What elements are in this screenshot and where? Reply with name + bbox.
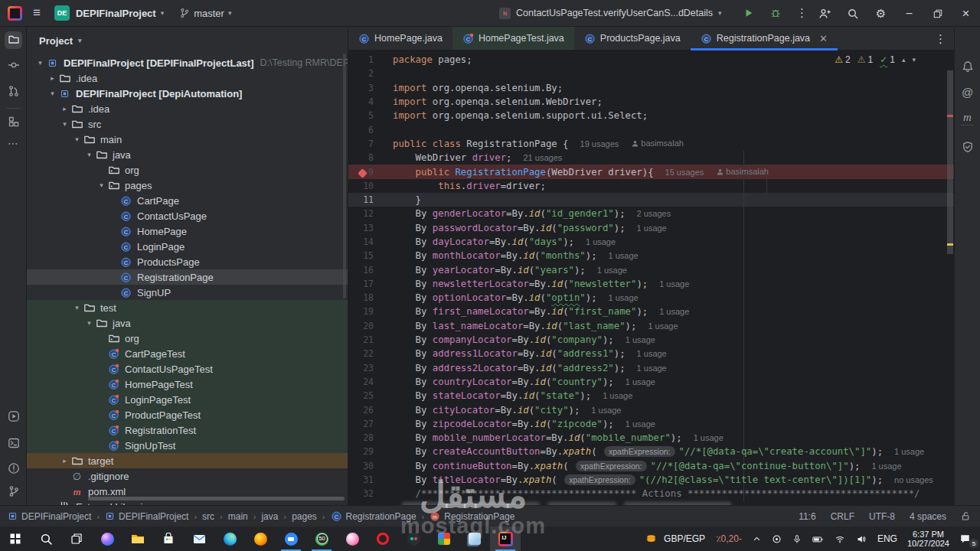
tree-item-HomePageTest[interactable]: CHomePageTest	[27, 377, 348, 392]
line-number[interactable]: 21	[348, 334, 393, 345]
line-separator[interactable]: CRLF	[831, 511, 854, 522]
usages-hint[interactable]: 2 usages	[637, 209, 671, 218]
line-number[interactable]: 28	[348, 432, 393, 443]
taskbar-copilot-button[interactable]	[92, 527, 122, 551]
tool-pull-requests-button[interactable]	[5, 83, 22, 101]
line-number[interactable]: 17	[348, 279, 393, 289]
tree-item-ContactUsPage[interactable]: CContactUsPage	[27, 208, 348, 223]
onedrive-tray-icon[interactable]	[766, 527, 787, 551]
taskbar-file-explorer-button[interactable]	[122, 527, 153, 551]
tray-expand-button[interactable]	[747, 527, 766, 551]
error-stripe-mark[interactable]	[947, 115, 953, 117]
action-center-button[interactable]: 5	[954, 527, 980, 551]
tree-item-java[interactable]: ▾java	[27, 315, 348, 331]
usages-hint[interactable]: 1 usage	[871, 461, 901, 471]
chevron-expanded-icon[interactable]: ▾	[71, 135, 83, 143]
tool-maven-button[interactable]: m	[959, 109, 976, 126]
line-number[interactable]: 13	[348, 223, 393, 233]
tree-item-target[interactable]: ▸target	[27, 453, 348, 468]
usages-hint[interactable]: 21 usages	[523, 153, 562, 162]
chevron-expanded-icon[interactable]: ▾	[83, 319, 95, 327]
usages-hint[interactable]: no usages	[894, 475, 933, 484]
line-number[interactable]: 25	[348, 390, 393, 401]
debug-button[interactable]	[765, 4, 786, 22]
taskbar-whatsapp-button[interactable]: 50	[306, 527, 337, 551]
tab-ProductsPage-java[interactable]: CProductsPage.java	[574, 27, 691, 50]
tab-HomePageTest-java[interactable]: CHomePageTest.java	[452, 27, 574, 50]
tab-RegistrationPage-java[interactable]: CRegistrationPage.java✕	[691, 27, 838, 50]
tool-dependency-shield-button[interactable]	[959, 139, 976, 157]
tool-problems-button[interactable]	[5, 461, 22, 478]
inspection-warning[interactable]: ⚠2	[835, 54, 850, 65]
chevron-collapsed-icon[interactable]: ▸	[47, 74, 58, 82]
next-problem-button[interactable]: ▾	[912, 56, 916, 64]
line-number[interactable]: 3	[348, 83, 393, 93]
tree-item-RegistrationPage[interactable]: CRegistrationPage	[27, 269, 348, 285]
taskbar-opera-button[interactable]	[368, 527, 398, 551]
line-number[interactable]: 11	[348, 194, 393, 205]
tab-options-button[interactable]: ⋮	[935, 32, 946, 46]
chevron-expanded-icon[interactable]: ▾	[71, 304, 83, 311]
battery-tray-icon[interactable]	[807, 527, 829, 551]
tool-terminal-button[interactable]	[5, 435, 22, 453]
tree-vertical-scrollbar[interactable]	[343, 54, 346, 298]
line-number[interactable]: 24	[348, 377, 393, 387]
run-button[interactable]	[738, 4, 760, 22]
tree-item-DEPIFinalProject[interactable]: ▾DEPIFinalProject [DEPIFinalProjectLast]…	[27, 55, 348, 70]
tool-git-branch-button[interactable]	[5, 484, 22, 501]
code-with-me-button[interactable]	[810, 0, 838, 27]
breadcrumb-item[interactable]: java	[261, 511, 278, 522]
line-number[interactable]: 7	[348, 139, 393, 149]
breadcrumb-item[interactable]: DEPIFinalProject	[8, 511, 91, 522]
file-encoding[interactable]: UTF-8	[869, 511, 895, 522]
breadcrumb-item[interactable]: main	[228, 511, 248, 522]
line-number[interactable]: 16	[348, 265, 393, 276]
tree-horizontal-scrollbar[interactable]	[88, 497, 345, 500]
line-number[interactable]: 32	[348, 488, 393, 499]
currency-change[interactable]: ٪0,20-	[710, 527, 747, 551]
tree-item-CartPage[interactable]: CCartPage	[27, 193, 348, 208]
tree-item-src[interactable]: ▾src	[27, 116, 348, 132]
tree-item-.idea[interactable]: ▸.idea	[27, 70, 348, 86]
prev-problem-button[interactable]: ▴	[902, 56, 906, 64]
tree-item-SignUP[interactable]: CSignUP	[27, 285, 348, 300]
line-number[interactable]: 4	[348, 96, 393, 107]
taskbar-edge-button[interactable]	[214, 527, 245, 551]
tool-more-button[interactable]: ⋯	[5, 134, 22, 152]
tool-run-button[interactable]	[5, 409, 22, 426]
chevron-expanded-icon[interactable]: ▾	[96, 181, 107, 189]
line-number[interactable]: 2	[348, 68, 393, 79]
usages-hint[interactable]: 1 usage	[894, 447, 924, 456]
inspections-widget[interactable]: ⚠2⚠1✓1▴▾	[835, 54, 916, 65]
author-hint[interactable]: basimsalah	[632, 139, 684, 148]
usages-hint[interactable]: 1 usage	[626, 335, 655, 344]
tree-item-ProductsPage[interactable]: CProductsPage	[27, 254, 348, 269]
taskbar-meet-button[interactable]	[429, 527, 459, 551]
tree-item-java[interactable]: ▾java	[27, 147, 348, 162]
tool-notifications-button[interactable]	[959, 59, 976, 77]
warning-stripe-mark[interactable]	[947, 243, 953, 246]
line-number[interactable]: 8	[348, 152, 393, 163]
tree-item-ProductPageTest[interactable]: CProductPageTest	[27, 407, 348, 422]
usages-hint[interactable]: 1 usage	[586, 237, 616, 246]
line-number[interactable]: 1	[348, 54, 393, 65]
project-panel-header[interactable]: Project ▾	[27, 27, 348, 54]
tree-item-.idea[interactable]: ▸.idea	[27, 101, 348, 116]
caret-position[interactable]: 11:6	[799, 511, 815, 522]
line-number[interactable]: 30	[348, 461, 393, 471]
ticker-icon[interactable]	[640, 527, 662, 551]
breadcrumb-item[interactable]: mRegistrationPage	[430, 511, 514, 522]
usages-hint[interactable]: 1 usage	[597, 266, 627, 275]
line-number[interactable]: 22	[348, 348, 393, 359]
chevron-expanded-icon[interactable]: ▾	[34, 59, 46, 67]
chevron-collapsed-icon[interactable]: ▸	[59, 105, 70, 112]
tree-item-LoginPage[interactable]: CLoginPage	[27, 239, 348, 254]
tab-HomePage-java[interactable]: CHomePage.java	[348, 27, 452, 50]
line-number[interactable]: 10	[348, 181, 393, 191]
taskbar-store-button[interactable]	[153, 527, 184, 551]
main-menu-icon[interactable]: ≡	[33, 5, 41, 21]
line-number[interactable]: 6	[348, 125, 393, 135]
tree-item-org[interactable]: org	[27, 331, 348, 346]
currency-pair[interactable]: GBP/EGP	[662, 527, 710, 551]
line-number[interactable]: 19	[348, 306, 393, 317]
